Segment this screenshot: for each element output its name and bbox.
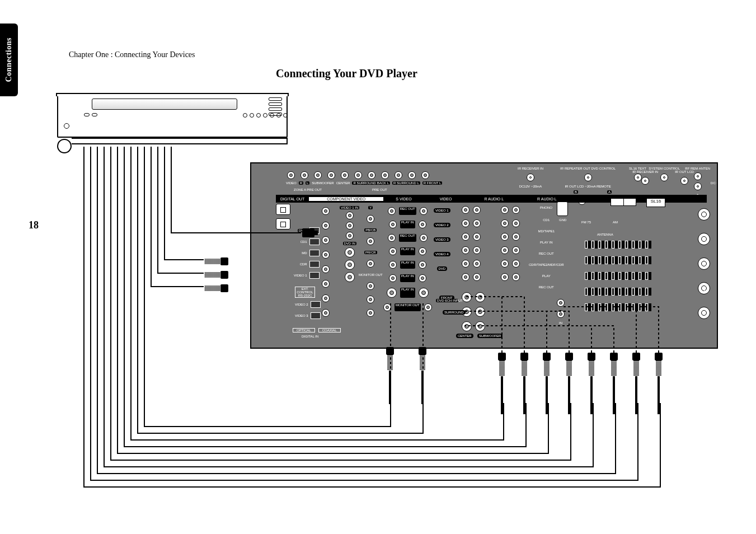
badge-preout-l: L xyxy=(306,181,309,185)
pill-video3: VIDEO 3 xyxy=(434,237,450,242)
a-l-5 xyxy=(473,260,481,268)
sv-6 xyxy=(389,274,397,282)
sixch-sub xyxy=(475,321,485,331)
optical-cd1 xyxy=(309,238,320,245)
jack-preout-l xyxy=(314,171,322,179)
sv-5 xyxy=(389,261,397,269)
label-preout-sub: SUBWOOFER xyxy=(312,181,334,185)
a-l-2 xyxy=(473,219,481,227)
plug-6ch-surr-r xyxy=(543,353,551,414)
comp-mon-y xyxy=(367,215,374,223)
binding-post-3 xyxy=(698,257,710,270)
rs232-port: EXT. CONTROL RS-232C xyxy=(295,287,315,298)
label-monitor-out: MONITOR OUT xyxy=(359,273,383,277)
label-ir-receiver-in: IR RECEIVER IN xyxy=(518,167,543,170)
speaker-terminals-1 xyxy=(585,241,651,249)
label-preout: PRE OUT xyxy=(372,188,387,191)
sl16-port: SL16 xyxy=(646,198,665,207)
toslink-digital-out-2 xyxy=(276,218,290,229)
phono-block xyxy=(557,202,568,216)
comp-mon-pb2 xyxy=(367,296,374,303)
speaker-terminals-5 xyxy=(585,303,651,311)
plug-6ch-sub xyxy=(610,353,618,414)
binding-post-5 xyxy=(698,307,710,319)
jack-preout-sr xyxy=(381,171,389,179)
page-title: Connecting Your DVD Player xyxy=(276,67,417,80)
vid-dvd xyxy=(419,288,429,298)
vid-mon xyxy=(424,303,432,311)
label-sl16-text: SL16 TEXT xyxy=(629,167,646,170)
zone-b-badge: B xyxy=(574,190,578,194)
a-r-5 xyxy=(462,260,469,268)
coax-v2 xyxy=(322,294,330,302)
label-comp-pr: PR/CR xyxy=(364,251,377,254)
page-number: 18 xyxy=(29,219,39,231)
label-iroutlcd-remote: IR OUT LCD ⎓20mA REMOTE xyxy=(565,185,611,188)
sv-mon xyxy=(383,303,391,311)
comp-v1-pr xyxy=(346,232,354,240)
coax-v3 xyxy=(322,309,330,317)
hdr-component: COMPONENT VIDEO xyxy=(309,197,383,201)
din-label-md: MD xyxy=(302,251,307,255)
jack-preout-sbr xyxy=(354,171,362,179)
plug-component-pr xyxy=(205,284,228,292)
a-l-4 xyxy=(473,246,481,254)
lbl-recout: REC OUT xyxy=(539,252,554,255)
a-r-3 xyxy=(462,233,469,241)
comp-dvd-y xyxy=(345,247,355,257)
jack-ir-receiver-in xyxy=(527,174,534,181)
a-r-6 xyxy=(462,273,469,281)
hdr-audio2: R AUDIO L xyxy=(520,197,574,201)
jack-preout-fr xyxy=(408,171,416,179)
coax-md xyxy=(322,251,330,259)
vid-4 xyxy=(419,247,426,255)
dvd-power-led xyxy=(64,123,69,129)
toslink-digital-out xyxy=(276,204,290,215)
dvd-right-badges xyxy=(269,97,282,116)
coax-v1 xyxy=(322,280,330,288)
label-rf-rem-anten: RF REM ANTEN xyxy=(685,167,710,170)
lbl-play: PLAY xyxy=(542,274,551,278)
lbl-play-in-2: PLAY IN xyxy=(400,247,415,255)
b-l-2 xyxy=(512,219,520,227)
lbl-play-in-3: PLAY IN xyxy=(400,261,415,269)
jack-preout-sl xyxy=(395,171,402,179)
dvd-left-buttons xyxy=(84,113,97,116)
coax-1 xyxy=(322,207,330,215)
hdr-audio: R AUDIO L xyxy=(467,197,520,201)
label-audio-in: IN xyxy=(559,321,562,325)
lbl-rec-out-1: REC OUT xyxy=(399,207,416,215)
plug-video-dvd xyxy=(419,347,426,404)
pill-video1: VIDEO 1 xyxy=(434,208,450,213)
sixch-front-l xyxy=(475,292,485,302)
label-am: AM xyxy=(613,221,618,224)
comp-mon-pr2 xyxy=(367,309,374,317)
audio-in-r xyxy=(557,299,565,307)
b-r-3 xyxy=(501,233,509,241)
side-tab-label: Connections xyxy=(4,38,13,82)
comp-mon-y2 xyxy=(367,282,374,290)
label-preout-sback: R SURROUND BACK L xyxy=(352,181,390,185)
jack-preout-center xyxy=(341,171,349,179)
pill-center: CENTER xyxy=(456,334,473,338)
label-optical: OPTICAL xyxy=(293,328,315,332)
sv-1 xyxy=(388,207,396,215)
dvd-player-front xyxy=(57,94,288,138)
binding-post-1 xyxy=(698,208,710,221)
lbl-playin: PLAY IN xyxy=(540,241,552,244)
pill-surround: SURROUND xyxy=(443,310,466,315)
label-digital-in: DIGITAL IN xyxy=(302,335,318,338)
binding-post-4 xyxy=(698,282,710,294)
lbl-play-in-1: PLAY IN xyxy=(400,221,415,228)
din-label-v1: VIDEO 1 xyxy=(294,274,307,277)
label-comp-y: Y xyxy=(368,206,373,209)
a-l-1 xyxy=(473,206,481,214)
b-r-1 xyxy=(501,206,509,214)
jack-preout-sub xyxy=(327,171,335,179)
lbl-rec-out-2: REC OUT xyxy=(399,234,416,242)
dvd-foot xyxy=(57,139,72,153)
jack-rf-rem xyxy=(694,172,702,180)
side-tab: Connections xyxy=(0,24,18,96)
hdr-svideo: S VIDEO xyxy=(383,197,424,201)
jack-preout-fl xyxy=(421,171,429,179)
